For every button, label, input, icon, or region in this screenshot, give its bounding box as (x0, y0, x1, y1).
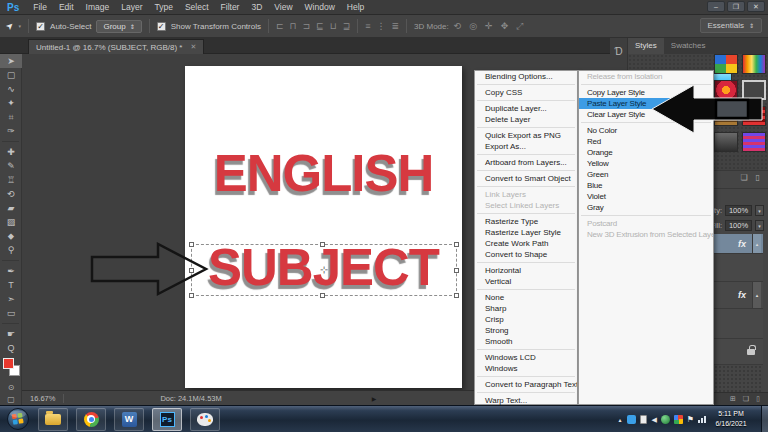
spot-healing-tool[interactable]: ✚ (0, 145, 22, 159)
tab-close-icon[interactable]: ✕ (190, 43, 196, 51)
submenu-item-green[interactable]: Green (579, 169, 713, 180)
tool-preset-arrow-icon[interactable]: ▾ (19, 23, 22, 29)
submenu-item-red[interactable]: Red (579, 136, 713, 147)
history-panel-icon[interactable]: Ɗ (614, 46, 622, 57)
fx-expand-icon[interactable]: ▴ (752, 282, 761, 308)
brush-tool[interactable]: ✎ (0, 159, 22, 173)
distribute-horizontal-icon[interactable]: ⋮ (376, 21, 385, 31)
align-center-h-icon[interactable]: ⊓ (290, 21, 297, 31)
auto-select-checkbox[interactable]: ✓ (36, 22, 45, 31)
align-right-icon[interactable]: ⊐ (303, 21, 311, 31)
document-tab[interactable]: Untitled-1 @ 16.7% (SUBJECT, RGB/8) * ✕ (28, 39, 204, 54)
selection-handle[interactable] (454, 242, 459, 247)
eraser-tool[interactable]: ▰ (0, 201, 22, 215)
context-menu-item-none[interactable]: None (475, 292, 577, 303)
menu-file[interactable]: File (27, 2, 53, 12)
submenu-item-gray[interactable]: Gray (579, 202, 713, 213)
menu-select[interactable]: Select (179, 2, 215, 12)
transform-selection-box[interactable]: ⊹ (191, 244, 457, 296)
minimize-button[interactable]: – (707, 1, 725, 12)
gradient-tool[interactable]: ▨ (0, 215, 22, 229)
menu-view[interactable]: View (268, 2, 298, 12)
context-menu-item-windows[interactable]: Windows (475, 363, 577, 374)
align-middle-icon[interactable]: ⊔ (330, 21, 337, 31)
context-menu-item-duplicate-layer[interactable]: Duplicate Layer... (475, 103, 577, 114)
taskbar-clock[interactable]: 5:11 PM 6/16/2021 (708, 409, 754, 429)
menu-layer[interactable]: Layer (115, 2, 148, 12)
3d-roll-icon[interactable]: ◎ (469, 21, 477, 32)
context-menu-item-crisp[interactable]: Crisp (475, 314, 577, 325)
align-bottom-icon[interactable]: ⊒ (343, 21, 351, 31)
tab-styles[interactable]: Styles (628, 38, 664, 54)
close-button[interactable]: ✕ (747, 1, 765, 12)
submenu-item-yellow[interactable]: Yellow (579, 158, 713, 169)
opacity-value[interactable]: 100% (725, 205, 752, 216)
context-menu-item-convert-to-shape[interactable]: Convert to Shape (475, 249, 577, 260)
quick-selection-tool[interactable]: ✦ (0, 96, 22, 110)
quick-mask-button[interactable]: ⊙ (0, 381, 22, 393)
delete-style-icon[interactable]: ▯ (756, 173, 760, 184)
show-desktop-button[interactable] (761, 406, 768, 432)
context-menu-item-delete-layer[interactable]: Delete Layer (475, 114, 577, 125)
pen-tool[interactable]: ✒ (0, 264, 22, 278)
dodge-tool[interactable]: ⚲ (0, 243, 22, 257)
context-menu-item-quick-export-as-png[interactable]: Quick Export as PNG (475, 130, 577, 141)
menu-3d[interactable]: 3D (245, 2, 268, 12)
menu-filter[interactable]: Filter (215, 2, 246, 12)
history-brush-tool[interactable]: ⟲ (0, 187, 22, 201)
3d-pan-icon[interactable]: ✛ (485, 21, 493, 32)
tray-app-icon[interactable] (627, 415, 636, 424)
menu-edit[interactable]: Edit (53, 2, 80, 12)
taskbar-chrome-button[interactable] (76, 408, 106, 431)
restore-button[interactable]: ❐ (727, 1, 745, 12)
context-menu-item-windows-lcd[interactable]: Windows LCD (475, 352, 577, 363)
tray-clipboard-icon[interactable] (640, 415, 647, 424)
hidden-icons-chevron[interactable]: ▴ (618, 416, 621, 423)
context-menu-item-export-as[interactable]: Export As... (475, 141, 577, 152)
move-tool[interactable]: ➤ (0, 54, 22, 68)
foreground-color-swatch[interactable] (3, 358, 14, 369)
tab-swatches[interactable]: Swatches (664, 38, 713, 54)
blur-tool[interactable]: ⬥ (0, 229, 22, 243)
action-center-flag-icon[interactable]: ⚑ (687, 415, 694, 424)
selection-handle[interactable] (320, 242, 325, 247)
style-rainbow[interactable] (742, 54, 766, 74)
link-layers-icon[interactable]: ⊞ (730, 395, 736, 403)
3d-slide-icon[interactable]: ✥ (501, 21, 509, 32)
type-tool[interactable]: T (0, 278, 22, 292)
context-menu-item-convert-to-paragraph-text[interactable]: Convert to Paragraph Text (475, 379, 577, 390)
menu-help[interactable]: Help (341, 2, 370, 12)
context-menu-item-artboard-from-layers[interactable]: Artboard from Layers... (475, 157, 577, 168)
zoom-level[interactable]: 16.67% (30, 394, 55, 403)
submenu-item-orange[interactable]: Orange (579, 147, 713, 158)
path-selection-tool[interactable]: ➣ (0, 292, 22, 306)
group-dropdown[interactable]: Group ⇕ (96, 20, 141, 33)
eyedropper-tool[interactable]: ✑ (0, 124, 22, 138)
delete-layer-icon[interactable]: ▯ (756, 395, 760, 403)
context-menu-item-rasterize-type[interactable]: Rasterize Type (475, 216, 577, 227)
selection-handle[interactable] (320, 293, 325, 298)
align-left-icon[interactable]: ⊏ (276, 21, 284, 31)
distribute-spacing-icon[interactable]: ≣ (391, 21, 399, 31)
context-menu-item-copy-css[interactable]: Copy CSS (475, 87, 577, 98)
taskbar-explorer-button[interactable] (38, 408, 68, 431)
context-menu-item-horizontal[interactable]: Horizontal (475, 265, 577, 276)
menu-image[interactable]: Image (80, 2, 116, 12)
distribute-vertical-icon[interactable]: ≡ (365, 21, 370, 31)
start-button[interactable] (6, 407, 30, 431)
context-menu-item-vertical[interactable]: Vertical (475, 276, 577, 287)
crop-tool[interactable]: ⌗ (0, 110, 22, 124)
tray-google-icon[interactable] (674, 415, 683, 424)
context-menu-item-rasterize-layer-style[interactable]: Rasterize Layer Style (475, 227, 577, 238)
volume-icon[interactable]: ◀ (651, 416, 656, 424)
hand-tool[interactable]: ☛ (0, 327, 22, 341)
status-options-arrow-icon[interactable]: ▶ (372, 395, 377, 402)
opacity-dropdown-icon[interactable]: ▾ (755, 205, 764, 216)
network-signal-icon[interactable] (698, 416, 706, 423)
align-top-icon[interactable]: ⊑ (316, 21, 324, 31)
shape-tool[interactable]: ▭ (0, 306, 22, 320)
submenu-item-blue[interactable]: Blue (579, 180, 713, 191)
fill-value[interactable]: 100% (725, 220, 752, 231)
document-canvas[interactable]: ENGLISH SUBJECT ⊹ (185, 66, 462, 388)
new-layer-icon[interactable]: ❏ (743, 395, 749, 403)
